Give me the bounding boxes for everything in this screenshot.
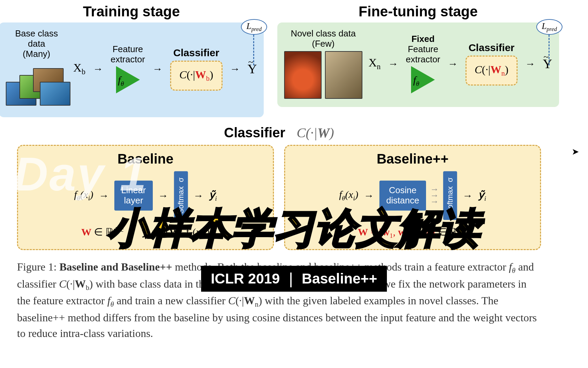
feature-extractor-icon: fθ — [116, 66, 140, 93]
l-pred-badge: Lpred — [241, 19, 267, 35]
multi-arrow-icon: →→→ — [430, 186, 439, 205]
softmax-block: Softmax σ — [174, 171, 188, 220]
baseline-formula: W ∈ ℝd×c ỹi = σ(WT fθ(xi)) — [26, 226, 265, 240]
cursor-icon: ➤ — [572, 147, 579, 157]
classifier-label: Classifier — [466, 42, 518, 53]
linear-layer-block: Linearlayer — [114, 181, 152, 211]
arrow-icon: → — [157, 190, 170, 201]
finetune-stage-title: Fine-tuning stage — [277, 3, 559, 20]
l-pred-badge: Lpred — [536, 19, 562, 35]
feature-extractor-icon: fθ — [411, 66, 435, 93]
finetune-stage-panel: Fine-tuning stage Novel class data (Few)… — [277, 3, 559, 117]
arrow-icon: → — [97, 190, 110, 201]
training-stage-box: Base class data (Many) Xb → Feature — [0, 22, 264, 117]
base-data-label: Base class data (Many) — [6, 29, 67, 59]
arrow-icon: → — [446, 58, 459, 70]
baseline-title: Baseline — [26, 151, 265, 167]
arrow-icon: → — [151, 63, 164, 75]
arrow-icon: → — [92, 63, 104, 75]
arrow-icon: → — [229, 63, 242, 75]
arrow-icon: → — [192, 190, 205, 201]
novel-class-images — [284, 51, 362, 99]
l-pred-connector — [253, 35, 254, 65]
baseline-output: ỹi — [209, 189, 217, 202]
softmax-block: Softmax σ — [443, 171, 457, 220]
base-class-images — [6, 61, 67, 109]
baselinepp-output: ỹi — [478, 189, 486, 202]
x-b-var: Xb — [73, 61, 85, 76]
y-output: ~Y — [248, 61, 257, 76]
classifier-label: Classifier — [170, 47, 222, 59]
classifier-box: C(·|Wb) — [170, 61, 222, 90]
training-stage-panel: Training stage Base class data (Many) Xb — [0, 3, 264, 117]
classifier-caption: Classifier C(·|W) — [17, 125, 541, 141]
novel-data-label: Novel class data (Few) — [284, 29, 362, 49]
y-output: ~Y — [543, 56, 552, 71]
finetune-stage-box: Novel class data (Few) Xn → Fixed Featur… — [277, 22, 559, 107]
baselinepp-input: fθ(xi) — [339, 189, 358, 202]
feature-extractor-label: Feature extractor — [111, 44, 145, 65]
arrow-icon: → — [387, 58, 400, 70]
cosine-distance-block: Cosinedistance — [379, 181, 426, 211]
x-n-var: Xn — [369, 56, 381, 71]
baselinepp-method-box: Baseline++ fθ(xi) → Cosinedistance →→→ S… — [284, 145, 541, 250]
fixed-feature-extractor-label: Fixed Feature extractor — [406, 34, 440, 65]
baselinepp-title: Baseline++ — [293, 151, 532, 167]
baselinepp-formula: W = [w1, w2, ...wc] ∈ ℝd×c — [293, 226, 532, 240]
classifier-box: C(·|Wn) — [466, 56, 518, 85]
baseline-method-box: Baseline fθ(xi) → Linearlayer → Softmax … — [17, 145, 274, 250]
training-stage-title: Training stage — [0, 3, 264, 20]
arrow-icon: → — [524, 58, 537, 70]
l-pred-connector — [549, 35, 550, 65]
baseline-input: fθ(xi) — [74, 189, 94, 202]
arrow-icon: → — [461, 190, 474, 201]
arrow-icon: → — [362, 190, 375, 201]
figure-caption: Figure 1: Baseline and Baseline++ method… — [17, 259, 541, 341]
